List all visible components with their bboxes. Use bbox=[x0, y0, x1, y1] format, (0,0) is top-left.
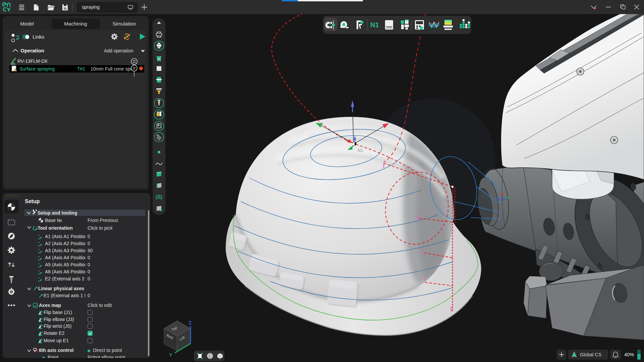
svg-text:N1: N1 bbox=[370, 21, 379, 29]
svg-text:Z: Z bbox=[189, 320, 192, 325]
svg-text:Y: Y bbox=[169, 352, 172, 358]
svg-text:N1: N1 bbox=[358, 148, 363, 153]
